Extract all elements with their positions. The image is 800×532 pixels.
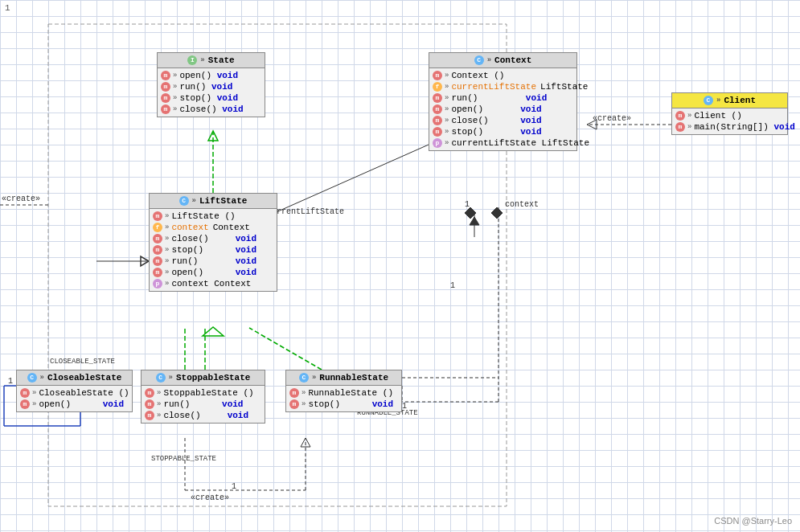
member-row: m » StoppableState (): [145, 387, 261, 399]
svg-line-3: [265, 145, 429, 217]
svg-text:«create»: «create»: [593, 114, 631, 123]
member-text: close() void: [163, 411, 248, 420]
member-row: m » run() void: [153, 256, 273, 267]
svg-marker-16: [587, 120, 597, 129]
svg-text:CLOSEABLE_STATE: CLOSEABLE_STATE: [50, 358, 115, 366]
member-row: m » stop() void: [433, 126, 573, 137]
member-text: run() void: [163, 399, 243, 409]
member-row: m » open() void: [153, 267, 273, 278]
member-text: open() void: [179, 71, 238, 80]
member-row: m » open() void: [161, 70, 261, 81]
stoppablestate-members: m » StoppableState () m » run() void m »…: [142, 386, 265, 423]
svg-text:context: context: [505, 200, 539, 209]
member-row: m » close() void: [433, 115, 573, 126]
member-text: run() void: [451, 93, 547, 103]
svg-marker-26: [301, 438, 310, 447]
member-text: close() void: [171, 234, 256, 243]
runnablestate-class-box: C » RunnableState m » RunnableState () m…: [285, 370, 402, 412]
member-text: open() void: [171, 268, 256, 277]
member-text: CloseableState (): [39, 388, 129, 398]
member-row: m » LiftState (): [153, 211, 273, 222]
member-text: run() void: [179, 82, 232, 92]
member-text: context: [171, 223, 208, 232]
member-row: f » context Context: [153, 222, 273, 233]
svg-marker-30: [491, 207, 503, 219]
member-row: m » close() void: [161, 104, 261, 115]
liftstate-class-header: C » LiftState: [150, 194, 277, 209]
member-text: main(String[]) void: [694, 122, 794, 132]
runnablestate-members: m » RunnableState () m » stop() void: [286, 386, 401, 411]
member-row: m » CloseableState (): [20, 387, 129, 399]
svg-text:1: 1: [450, 281, 455, 290]
svg-text:«create»: «create»: [191, 493, 229, 502]
liftstate-members: m » LiftState () f » context Context m »…: [150, 209, 277, 291]
member-text: RunnableState (): [308, 388, 393, 398]
client-class-name: Client: [724, 96, 756, 105]
closeablestate-members: m » CloseableState () m » open() void: [17, 386, 132, 411]
member-row: p » context Context: [153, 278, 273, 289]
member-row: f » currentLiftState LiftState: [433, 81, 573, 92]
member-row: m » run() void: [161, 81, 261, 92]
svg-line-13: [249, 328, 322, 370]
uml-canvas: 1: [0, 0, 800, 532]
runnablestate-header: C » RunnableState: [286, 370, 401, 386]
diagram-arrows: 1 1 currentLiftState context «create» «c…: [0, 0, 800, 532]
member-text: stop() void: [171, 245, 256, 255]
member-text: stop() void: [308, 399, 393, 409]
svg-text:1: 1: [232, 482, 236, 491]
state-visibility-icon: »: [200, 56, 204, 64]
member-row: m » main(String[]) void: [675, 121, 784, 133]
member-text: Client (): [694, 111, 741, 121]
liftstate-class-name: LiftState: [199, 196, 247, 206]
member-row: m » stop() void: [153, 244, 273, 256]
member-row: m » close() void: [145, 410, 261, 421]
member-text: stop() void: [451, 127, 541, 137]
member-row: m » open() void: [433, 104, 573, 115]
context-badge: C: [474, 55, 484, 65]
stoppablestate-header: C » StoppableState: [142, 370, 265, 386]
member-text: open() void: [451, 104, 541, 114]
liftstate-badge: C: [179, 196, 189, 206]
member-row: m » run() void: [433, 92, 573, 104]
closeablestate-header: C » CloseableState: [17, 370, 132, 386]
member-text: close() void: [451, 116, 541, 125]
svg-marker-14: [203, 327, 224, 336]
member-row: m » Client (): [675, 110, 784, 121]
member-row: m » RunnableState (): [289, 387, 398, 399]
closeablestate-class-box: C » CloseableState m » CloseableState ()…: [16, 370, 133, 412]
liftstate-class-box: C » LiftState m » LiftState () f » conte…: [149, 193, 277, 292]
client-class-header: C » Client: [672, 93, 787, 108]
page-number: 1: [5, 3, 10, 13]
context-class-name: Context: [494, 55, 531, 65]
client-badge: C: [704, 96, 713, 105]
member-row: m » open() void: [20, 399, 129, 410]
svg-text:1: 1: [402, 402, 407, 411]
member-row: m » close() void: [153, 233, 273, 244]
svg-marker-6: [470, 217, 479, 225]
member-text: LiftState (): [171, 211, 235, 221]
state-class-name: State: [208, 55, 235, 65]
state-class-box: I » State m » open() void m » run() void…: [157, 52, 265, 117]
svg-marker-29: [465, 207, 476, 219]
member-row: m » run() void: [145, 399, 261, 410]
client-members: m » Client () m » main(String[]) void: [672, 108, 787, 134]
runnablestate-name: RunnableState: [319, 373, 388, 383]
svg-text:STOPPABLE_STATE: STOPPABLE_STATE: [151, 455, 216, 463]
member-text: stop() void: [179, 93, 238, 103]
context-class-header: C » Context: [429, 53, 576, 68]
member-text: close() void: [179, 104, 243, 114]
state-members: m » open() void m » run() void m » stop(…: [158, 68, 265, 117]
svg-text:currentLiftState: currentLiftState: [267, 207, 344, 216]
state-badge: I: [187, 55, 197, 65]
context-members: m » Context () f » currentLiftState Lift…: [429, 68, 576, 150]
member-text: context Context: [171, 279, 251, 289]
stoppablestate-name: StoppableState: [176, 373, 250, 383]
member-text: open() void: [39, 399, 124, 409]
member-text: currentLiftState LiftState: [451, 138, 589, 148]
svg-text:1: 1: [465, 200, 470, 209]
member-row: m » Context (): [433, 70, 573, 81]
watermark-text: CSDN @Starry-Leo: [714, 516, 792, 526]
member-text: currentLiftState: [451, 82, 536, 92]
member-row: p » currentLiftState LiftState: [433, 137, 573, 149]
svg-text:«create»: «create»: [2, 194, 40, 203]
